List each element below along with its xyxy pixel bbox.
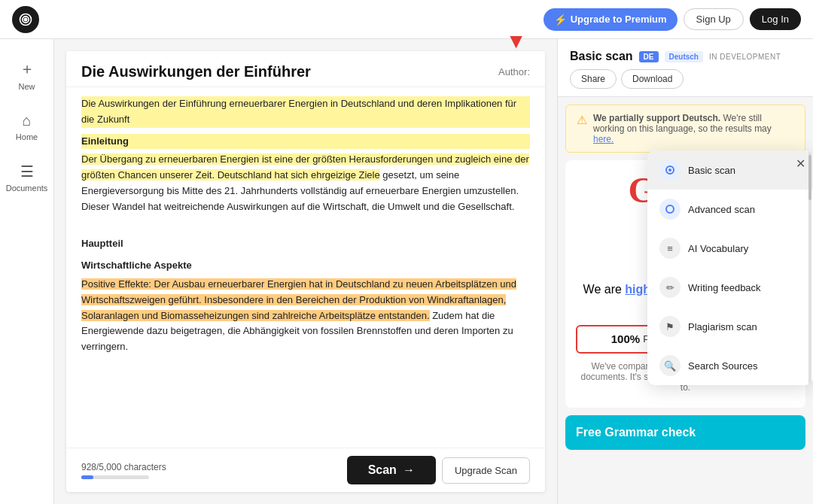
panel-title-row: Basic scan DE Deutsch IN DEVELOPMENT	[570, 50, 781, 63]
char-count-wrap: 928/5,000 characters	[81, 462, 166, 479]
scan-button[interactable]: Scan →	[347, 456, 436, 484]
dropdown-writing-feedback-label: Writing feedback	[688, 282, 761, 293]
topbar-right: ▼ ⚡ Upgrade to Premium Sign Up Log In	[544, 8, 801, 31]
plagiarism-scan-icon: ⚑	[659, 316, 681, 337]
basic-scan-icon	[659, 159, 681, 181]
documents-icon: ☰	[20, 162, 34, 181]
doc-paper: Die Auswirkungen der Einführer Author: D…	[66, 51, 545, 492]
badge-deutsch: Deutsch	[665, 51, 703, 62]
sidebar: ＋ New ⌂ Home ☰ Documents	[0, 39, 54, 504]
topbar: ▼ ⚡ Upgrade to Premium Sign Up Log In	[0, 0, 813, 39]
dropdown-search-sources-label: Search Sources	[688, 360, 758, 372]
doc-para-1: Die Auswirkungen der Einführung erneuerb…	[81, 96, 530, 128]
doc-content: Die Auswirkungen der Einführung erneuerb…	[66, 87, 545, 448]
prob-percent: 100%	[611, 332, 640, 345]
advanced-scan-icon	[659, 199, 681, 220]
warning-content: We partially support Deutsch. We're stil…	[593, 113, 794, 144]
main-layout: ＋ New ⌂ Home ☰ Documents Die Auswirkunge…	[0, 39, 813, 504]
panel-header-top: Basic scan DE Deutsch IN DEVELOPMENT Sha…	[570, 50, 781, 89]
panel-header: Basic scan DE Deutsch IN DEVELOPMENT Sha…	[558, 39, 813, 97]
footer-actions: Scan → Upgrade Scan	[347, 456, 530, 484]
badge-de: DE	[639, 51, 659, 62]
sidebar-home-label: Home	[16, 132, 38, 141]
home-icon: ⌂	[22, 112, 31, 129]
dropdown-advanced-scan-label: Advanced scan	[688, 204, 755, 215]
dropdown-item-basic-scan[interactable]: Basic scan	[647, 150, 813, 190]
doc-footer: 928/5,000 characters Scan → Upgrade Scan	[66, 448, 545, 492]
search-sources-icon: 🔍	[659, 355, 681, 376]
doc-section-wirtschaft: Wirtschaftliche Aspekte	[81, 258, 530, 274]
doc-title: Die Auswirkungen der Einführer	[81, 63, 311, 80]
doc-section-hauptteil: Hauptteil	[81, 236, 530, 252]
dropdown-scrollbar-thumb	[808, 155, 811, 200]
warning-icon: ⚠	[577, 113, 587, 127]
logo-icon	[12, 6, 39, 33]
doc-para-2: Der Übergang zu erneuerbaren Energien is…	[81, 152, 530, 214]
char-count: 928/5,000 characters	[81, 462, 166, 472]
sidebar-documents-label: Documents	[6, 184, 48, 193]
svg-point-5	[666, 205, 674, 213]
badge-dev: IN DEVELOPMENT	[709, 53, 781, 61]
plus-icon: ＋	[20, 59, 35, 79]
doc-author: Author:	[498, 66, 530, 77]
dropdown-close-button[interactable]: ✕	[796, 156, 805, 171]
signup-button[interactable]: Sign Up	[684, 8, 744, 30]
sidebar-item-new[interactable]: ＋ New	[5, 51, 50, 99]
doc-section-einleitung: Einleitung	[81, 134, 530, 150]
progress-bar-fill	[81, 475, 93, 479]
svg-point-2	[24, 18, 26, 20]
dropdown-scrollbar[interactable]	[808, 150, 811, 385]
red-arrow-icon: ▼	[506, 31, 527, 52]
dropdown-item-ai-vocabulary[interactable]: ≡ AI Vocabulary	[647, 229, 813, 268]
warning-title: We partially support Deutsch.	[593, 113, 720, 123]
scan-arrow-icon: →	[403, 463, 415, 477]
dropdown-menu: ✕ Basic scan Advanced scan	[647, 150, 813, 385]
bolt-icon: ⚡	[554, 14, 567, 26]
dropdown-item-search-sources[interactable]: 🔍 Search Sources	[647, 346, 813, 385]
share-button[interactable]: Share	[570, 69, 617, 89]
sidebar-item-documents[interactable]: ☰ Documents	[5, 155, 50, 200]
grammar-card: Free Grammar check	[565, 415, 805, 450]
ai-vocabulary-icon: ≡	[659, 238, 681, 259]
grammar-title: Free Grammar check	[576, 426, 795, 439]
writing-feedback-icon: ✏	[659, 277, 681, 298]
dropdown-plagiarism-scan-label: Plagiarism scan	[688, 321, 757, 332]
dropdown-item-writing-feedback[interactable]: ✏ Writing feedback	[647, 268, 813, 307]
sidebar-new-label: New	[18, 82, 35, 91]
warning-banner: ⚠ We partially support Deutsch. We're st…	[565, 105, 805, 153]
warning-link[interactable]: here.	[593, 134, 614, 144]
sidebar-item-home[interactable]: ⌂ Home	[5, 105, 50, 149]
panel-actions: Share Download	[570, 69, 781, 89]
login-button[interactable]: Log In	[750, 8, 801, 30]
topbar-left	[12, 6, 39, 33]
svg-point-4	[668, 169, 671, 172]
panel-title: Basic scan	[570, 50, 633, 63]
dropdown-item-plagiarism-scan[interactable]: ⚑ Plagiarism scan	[647, 307, 813, 346]
doc-area: Die Auswirkungen der Einführer Author: D…	[54, 39, 557, 504]
doc-header: Die Auswirkungen der Einführer Author:	[66, 51, 545, 87]
upgrade-scan-button[interactable]: Upgrade Scan	[442, 457, 530, 484]
dropdown-item-advanced-scan[interactable]: Advanced scan	[647, 190, 813, 229]
right-panel: Basic scan DE Deutsch IN DEVELOPMENT Sha…	[557, 39, 813, 504]
doc-para-3: Positive Effekte: Der Ausbau erneuerbare…	[81, 277, 530, 355]
progress-bar	[81, 475, 149, 479]
upgrade-label: Upgrade to Premium	[571, 14, 667, 25]
download-button[interactable]: Download	[621, 69, 684, 89]
dropdown-basic-scan-label: Basic scan	[688, 165, 735, 176]
arrow-annotation: ▼	[506, 31, 527, 52]
dropdown-ai-vocabulary-label: AI Vocabulary	[688, 243, 748, 254]
scan-label: Scan	[368, 463, 397, 477]
upgrade-button[interactable]: ⚡ Upgrade to Premium	[544, 8, 678, 31]
